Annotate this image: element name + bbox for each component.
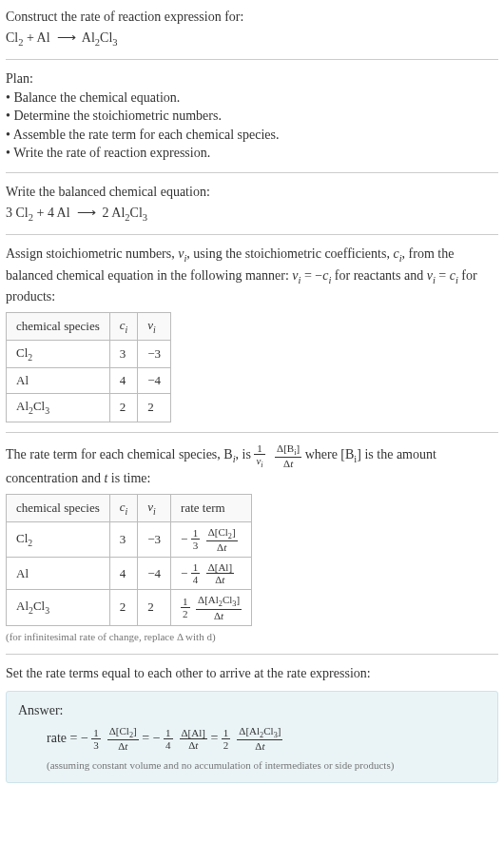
divider xyxy=(6,234,498,235)
prompt-title: Construct the rate of reaction expressio… xyxy=(6,8,498,27)
cell-vi: −4 xyxy=(138,558,171,590)
plan-item: • Write the rate of reaction expression. xyxy=(6,144,498,163)
fraction: Δ[Cl2] Δt xyxy=(107,725,139,752)
cell-rate: − 1 4 Δ[Al] Δt xyxy=(171,558,252,590)
cell-ci: 4 xyxy=(109,558,138,590)
plan-heading: Plan: xyxy=(6,69,498,88)
rateterm-table: chemical species ci νi rate term Cl2 3 −… xyxy=(6,494,252,626)
divider xyxy=(6,654,498,655)
fraction: 1 3 xyxy=(191,527,201,551)
plan-section: Plan: • Balance the chemical equation. •… xyxy=(6,69,498,163)
fraction: 1 νi xyxy=(254,442,264,469)
rateterm-note: (for infinitesimal rate of change, repla… xyxy=(6,630,498,644)
fraction: 1 2 xyxy=(222,727,231,751)
cell-vi: 2 xyxy=(138,394,171,422)
table-row: Al2Cl3 2 2 xyxy=(7,394,171,422)
fraction: Δ[Al2Cl3] Δt xyxy=(196,594,242,620)
cell-species: Al2Cl3 xyxy=(7,394,110,422)
answer-label: Answer: xyxy=(18,701,486,720)
answer-note: (assuming constant volume and no accumul… xyxy=(47,758,486,773)
fraction: 1 2 xyxy=(181,596,190,619)
col-rate: rate term xyxy=(171,494,252,521)
cell-species: Al xyxy=(7,558,110,590)
col-vi: νi xyxy=(138,312,171,340)
table-row: Al2Cl3 2 2 1 2 Δ[Al2Cl3] Δt xyxy=(7,590,252,625)
col-ci: ci xyxy=(109,494,138,521)
fraction: Δ[Al2Cl3] Δt xyxy=(237,725,282,752)
rateterm-section: The rate term for each chemical species,… xyxy=(6,442,498,644)
rateterm-intro: The rate term for each chemical species,… xyxy=(6,442,498,488)
col-vi: νi xyxy=(138,494,171,521)
balanced-section: Write the balanced chemical equation: 3 … xyxy=(6,183,498,225)
cell-vi: 2 xyxy=(138,590,171,625)
cell-species: Cl2 xyxy=(7,521,110,557)
cell-species: Al2Cl3 xyxy=(7,590,110,625)
answer-equation: rate = − 1 3 Δ[Cl2] Δt = − 1 4 Δ[Al] Δt … xyxy=(47,725,486,752)
col-ci: ci xyxy=(109,312,138,340)
cell-ci: 4 xyxy=(109,368,138,394)
table-row: Cl2 3 −3 − 1 3 Δ[Cl2] Δt xyxy=(7,521,252,557)
final-heading: Set the rate terms equal to each other t… xyxy=(6,664,498,683)
stoich-table: chemical species ci νi Cl2 3 −3 Al 4 −4 … xyxy=(6,312,171,422)
stoich-section: Assign stoichiometric numbers, νi, using… xyxy=(6,245,498,422)
fraction: 1 4 xyxy=(164,727,173,751)
plan-item: • Determine the stoichiometric numbers. xyxy=(6,107,498,126)
divider xyxy=(6,172,498,173)
cell-vi: −3 xyxy=(138,340,171,367)
table-row: Al 4 −4 − 1 4 Δ[Al] Δt xyxy=(7,558,252,590)
cell-ci: 2 xyxy=(109,590,138,625)
prompt-section: Construct the rate of reaction expressio… xyxy=(6,8,498,49)
fraction: Δ[Al] Δt xyxy=(206,561,234,585)
cell-ci: 3 xyxy=(109,521,138,557)
table-row: Al 4 −4 xyxy=(7,368,171,394)
col-species: chemical species xyxy=(7,494,110,521)
fraction: Δ[Cl2] Δt xyxy=(206,526,238,553)
fraction: Δ[Bi] Δt xyxy=(275,442,301,469)
prompt-equation: Cl2 + Al ⟶ Al2Cl3 xyxy=(6,29,498,49)
cell-species: Al xyxy=(7,368,110,394)
answer-box: Answer: rate = − 1 3 Δ[Cl2] Δt = − 1 4 Δ… xyxy=(6,691,498,783)
cell-rate: − 1 3 Δ[Cl2] Δt xyxy=(171,521,252,557)
balanced-equation: 3 Cl2 + 4 Al ⟶ 2 Al2Cl3 xyxy=(6,204,498,225)
fraction: Δ[Al] Δt xyxy=(180,727,207,751)
cell-vi: −3 xyxy=(138,521,171,557)
cell-rate: 1 2 Δ[Al2Cl3] Δt xyxy=(171,590,252,625)
col-species: chemical species xyxy=(7,312,110,340)
cell-ci: 3 xyxy=(109,340,138,367)
table-header-row: chemical species ci νi xyxy=(7,312,171,340)
divider xyxy=(6,59,498,60)
balanced-heading: Write the balanced chemical equation: xyxy=(6,183,498,202)
plan-item: • Assemble the rate term for each chemic… xyxy=(6,126,498,145)
table-header-row: chemical species ci νi rate term xyxy=(7,494,252,521)
stoich-intro: Assign stoichiometric numbers, νi, using… xyxy=(6,245,498,306)
cell-species: Cl2 xyxy=(7,340,110,367)
fraction: 1 4 xyxy=(191,561,201,585)
cell-vi: −4 xyxy=(138,368,171,394)
fraction: 1 3 xyxy=(91,727,101,751)
cell-ci: 2 xyxy=(109,394,138,422)
table-row: Cl2 3 −3 xyxy=(7,340,171,367)
divider xyxy=(6,432,498,433)
plan-item: • Balance the chemical equation. xyxy=(6,88,498,108)
